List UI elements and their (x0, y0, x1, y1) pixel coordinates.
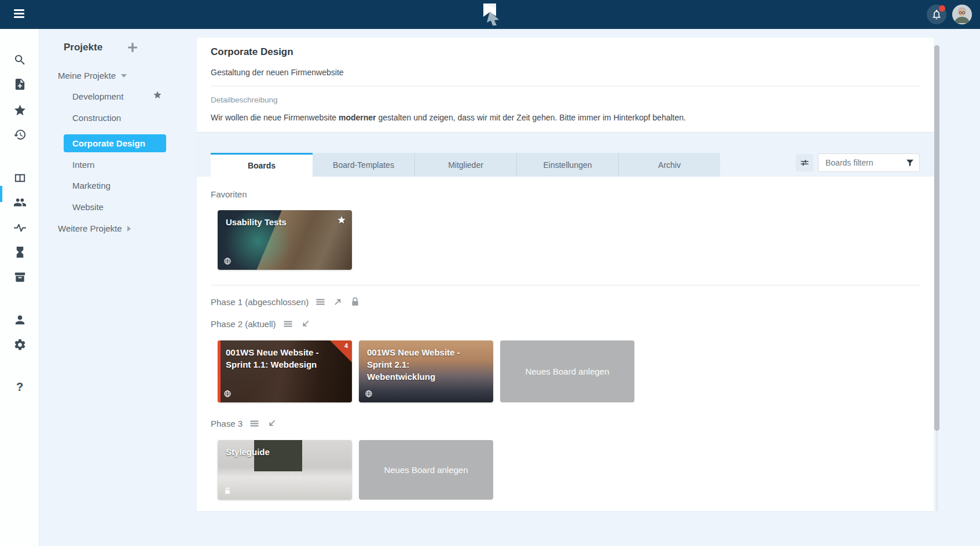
add-project-button[interactable] (127, 42, 138, 53)
vertical-scrollbar-track (936, 431, 938, 511)
project-group-meine-projekte[interactable]: Meine Projekte (58, 71, 127, 80)
board-title: 001WS Neue Website - Sprint 2.1: Webentw… (359, 340, 493, 383)
board-card-usability-tests[interactable]: Usability Tests (218, 210, 352, 270)
sidebar-item-development[interactable]: Development (72, 91, 123, 102)
sidebar-item-construction[interactable]: Construction (72, 113, 121, 123)
list-icon[interactable] (282, 318, 293, 329)
tab-boards[interactable]: Boards (211, 153, 313, 177)
rail-active-indicator (0, 186, 2, 202)
vertical-scrollbar-thumb[interactable] (934, 45, 939, 431)
search-icon[interactable] (12, 52, 28, 68)
notification-badge (939, 5, 945, 12)
chevron-right-icon (127, 226, 131, 232)
team-icon[interactable] (12, 194, 28, 210)
collapse-icon[interactable] (300, 318, 311, 329)
app-logo-icon[interactable] (478, 2, 502, 27)
board-columns-icon[interactable] (12, 170, 28, 186)
note-add-icon[interactable] (12, 76, 28, 92)
page-subtitle: Gestaltung der neuen Firmenwebsite (211, 68, 920, 77)
board-title: Usability Tests (218, 210, 352, 228)
sidebar-item-corporate-design[interactable]: Corporate Design (64, 134, 166, 152)
main-panel: Corporate Design Gestaltung der neuen Fi… (197, 38, 934, 511)
board-card-styleguide[interactable]: Styleguide (218, 440, 352, 500)
activity-pulse-icon[interactable] (12, 219, 28, 236)
topbar-actions (927, 5, 972, 24)
topbar (0, 0, 980, 29)
add-board-button[interactable]: Neues Board anlegen (359, 440, 493, 500)
globe-icon (365, 390, 373, 398)
add-board-button[interactable]: Neues Board anlegen (500, 340, 634, 402)
group-label: Meine Projekte (58, 71, 116, 80)
hourglass-icon[interactable] (12, 244, 28, 260)
add-board-label: Neues Board anlegen (384, 465, 468, 475)
project-description: Wir wollen die neue Firmenwebsite modern… (211, 113, 920, 123)
collapse-icon[interactable] (266, 418, 277, 429)
boards-filter-input[interactable] (818, 153, 920, 172)
group-label: Weitere Projekte (58, 223, 122, 233)
count-badge (330, 340, 352, 362)
detail-description-label: Detailbeschreibung (211, 96, 920, 104)
section-title-favoriten: Favoriten (211, 189, 247, 199)
active-project-label: Corporate Design (72, 138, 145, 148)
sidebar-item-intern[interactable]: Intern (72, 160, 94, 170)
section-title-phase1: Phase 1 (abgeschlossen) (211, 297, 309, 307)
archive-icon[interactable] (12, 269, 28, 285)
tab-mitglieder[interactable]: Mitglieder (414, 153, 516, 177)
history-icon[interactable] (12, 126, 28, 142)
sidebar-item-marketing[interactable]: Marketing (72, 181, 111, 191)
settings-gear-icon[interactable] (12, 336, 28, 353)
funnel-icon[interactable] (905, 158, 915, 167)
tab-archiv[interactable]: Archiv (618, 153, 720, 177)
count-badge-value: 4 (344, 342, 348, 349)
chevron-down-icon (121, 74, 127, 78)
projects-title: Projekte (64, 42, 102, 53)
add-board-label: Neues Board anlegen (525, 367, 609, 376)
section-title-phase2: Phase 2 (aktuell) (211, 319, 276, 329)
board-card-sprint-1-1[interactable]: 001WS Neue Website - Sprint 1.1: Webdesi… (218, 340, 352, 402)
list-icon[interactable] (249, 418, 260, 429)
filter-controls (796, 153, 920, 172)
divider (211, 86, 920, 86)
lock-icon (350, 296, 361, 307)
project-group-weitere-projekte[interactable]: Weitere Projekte (58, 223, 131, 233)
filter-options-button[interactable] (796, 154, 813, 171)
page-title: Corporate Design (211, 38, 920, 58)
tab-band: Boards Board-Templates Mitglieder Einste… (197, 132, 934, 177)
board-card-sprint-2-1[interactable]: 001WS Neue Website - Sprint 2.1: Webentw… (359, 340, 493, 402)
divider (211, 285, 920, 285)
list-icon[interactable] (315, 296, 326, 307)
favorite-star-icon[interactable] (337, 215, 346, 225)
project-star-icon[interactable] (153, 90, 162, 100)
menu-icon[interactable] (14, 9, 24, 20)
tab-board-templates[interactable]: Board-Templates (313, 153, 414, 177)
icon-rail: ? (0, 29, 39, 546)
help-icon[interactable]: ? (12, 379, 28, 395)
app: ? Projekte Meine Projekte Development Co… (0, 0, 980, 546)
globe-icon (223, 257, 232, 265)
expand-icon[interactable] (332, 296, 343, 307)
user-avatar[interactable] (952, 5, 972, 24)
profile-icon[interactable] (12, 312, 28, 328)
lock-icon (223, 487, 232, 495)
favorites-star-icon[interactable] (12, 102, 28, 118)
tune-icon (799, 157, 810, 168)
tab-einstellungen[interactable]: Einstellungen (516, 153, 618, 177)
projects-panel: Projekte Meine Projekte Development Cons… (39, 29, 197, 546)
board-title: Styleguide (218, 440, 352, 458)
tab-bar: Boards Board-Templates Mitglieder Einste… (211, 153, 720, 177)
notifications-button[interactable] (927, 5, 946, 24)
section-title-phase3: Phase 3 (211, 419, 243, 428)
globe-icon (223, 390, 232, 398)
sidebar-item-website[interactable]: Website (72, 202, 104, 212)
